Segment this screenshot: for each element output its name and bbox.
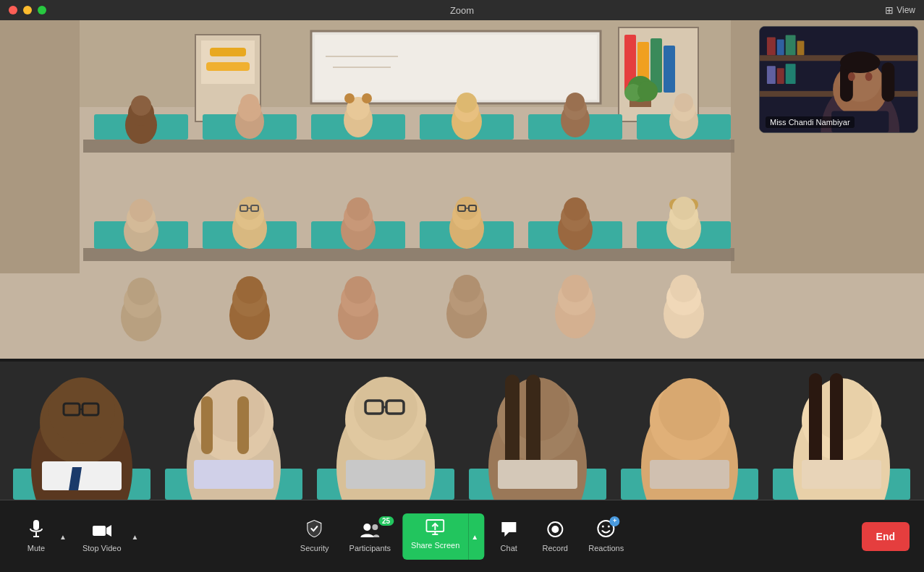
svg-rect-130 — [505, 375, 520, 469]
svg-rect-10 — [210, 48, 246, 56]
svg-rect-148 — [786, 35, 796, 56]
svg-point-45 — [131, 95, 151, 116]
svg-rect-132 — [498, 460, 577, 489]
security-label: Security — [300, 544, 329, 552]
svg-rect-140 — [809, 373, 822, 467]
svg-rect-126 — [346, 460, 425, 489]
svg-rect-22 — [83, 248, 734, 261]
chat-button[interactable]: Chat — [487, 513, 530, 560]
svg-rect-150 — [767, 66, 776, 84]
svg-rect-142 — [802, 460, 881, 489]
participants-count: 25 — [378, 516, 394, 526]
svg-point-96 — [344, 276, 372, 304]
mute-group: Mute ▲ — [14, 513, 71, 560]
titlebar: Zoom ⊞ View — [0, 0, 924, 20]
svg-point-158 — [840, 51, 880, 73]
svg-point-73 — [347, 197, 370, 221]
mic-icon — [27, 519, 45, 541]
svg-rect-147 — [777, 40, 784, 56]
mute-button[interactable]: Mute — [14, 513, 58, 560]
svg-rect-136 — [650, 460, 729, 489]
reactions-icon: + — [597, 519, 616, 541]
share-screen-icon — [426, 519, 445, 538]
svg-point-167 — [363, 524, 370, 531]
svg-rect-11 — [206, 62, 250, 71]
participants-button[interactable]: 25 Participants — [341, 513, 399, 560]
view-control[interactable]: ⊞ View — [885, 4, 915, 16]
svg-rect-141 — [830, 373, 843, 467]
app-title: Zoom — [450, 5, 474, 16]
svg-rect-2 — [0, 20, 80, 273]
stop-video-label: Stop Video — [82, 544, 122, 552]
security-icon — [307, 519, 323, 541]
svg-rect-162 — [33, 520, 39, 530]
participants-label: Participants — [349, 544, 391, 552]
self-view: Miss Chandi Nambiyar — [759, 26, 918, 133]
svg-rect-118 — [237, 396, 249, 454]
svg-point-135 — [658, 378, 721, 440]
video-group: Stop Video ▲ — [74, 513, 143, 560]
svg-point-52 — [362, 93, 372, 103]
svg-rect-165 — [93, 526, 106, 536]
svg-rect-146 — [767, 38, 776, 56]
mute-label: Mute — [27, 544, 45, 552]
svg-point-87 — [672, 197, 695, 220]
toolbar-left: Mute ▲ Stop Video ▲ — [14, 513, 143, 560]
share-chevron: ▲ — [471, 533, 478, 541]
share-screen-caret[interactable]: ▲ — [468, 513, 484, 560]
maximize-btn[interactable] — [38, 6, 46, 14]
svg-point-176 — [602, 525, 604, 527]
svg-rect-35 — [0, 359, 924, 362]
toolbar-right: End — [862, 522, 910, 551]
svg-point-48 — [240, 94, 259, 113]
reactions-button[interactable]: + Reactions — [580, 513, 632, 560]
svg-point-159 — [848, 72, 855, 81]
svg-point-160 — [865, 72, 873, 81]
mute-chevron: ▲ — [59, 533, 67, 541]
svg-point-64 — [130, 199, 153, 222]
svg-rect-131 — [526, 375, 541, 469]
svg-point-168 — [372, 524, 378, 530]
stop-video-button[interactable]: Stop Video — [74, 513, 130, 560]
svg-rect-144 — [760, 55, 917, 61]
svg-rect-149 — [797, 40, 805, 55]
window-controls[interactable] — [9, 6, 46, 14]
svg-rect-117 — [201, 396, 213, 454]
svg-point-58 — [566, 93, 585, 111]
self-view-name: Miss Chandi Nambiyar — [766, 116, 855, 128]
svg-point-82 — [564, 197, 587, 221]
svg-rect-152 — [786, 64, 796, 84]
share-screen-label: Share Screen — [411, 541, 459, 550]
security-button[interactable]: Security — [292, 513, 338, 560]
minimize-btn[interactable] — [23, 6, 32, 14]
end-button[interactable]: End — [862, 522, 910, 551]
share-screen-button[interactable]: Share Screen — [402, 513, 468, 560]
svg-point-93 — [236, 276, 263, 304]
svg-rect-157 — [881, 62, 894, 102]
svg-marker-166 — [106, 525, 111, 537]
svg-rect-119 — [194, 460, 274, 489]
svg-point-90 — [127, 278, 155, 305]
svg-point-177 — [608, 525, 610, 527]
toolbar: Mute ▲ Stop Video ▲ — [0, 500, 924, 572]
share-screen-group: Share Screen ▲ — [402, 513, 484, 560]
mute-caret[interactable]: ▲ — [58, 513, 71, 560]
participants-icon — [360, 522, 380, 541]
record-icon — [546, 521, 564, 541]
grid-icon: ⊞ — [885, 4, 894, 16]
reactions-badge: + — [610, 516, 620, 526]
close-btn[interactable] — [9, 6, 17, 14]
toolbar-center: Security 25 Participants — [292, 513, 632, 560]
svg-point-51 — [344, 93, 355, 103]
svg-rect-21 — [83, 140, 734, 153]
reactions-label: Reactions — [588, 544, 624, 552]
svg-point-105 — [670, 275, 698, 302]
svg-point-174 — [551, 526, 559, 533]
video-caret[interactable]: ▲ — [130, 513, 143, 560]
video-chevron: ▲ — [132, 533, 139, 541]
view-label: View — [897, 5, 915, 15]
svg-rect-151 — [777, 68, 784, 84]
svg-rect-16 — [664, 46, 675, 93]
svg-point-55 — [457, 93, 477, 113]
record-button[interactable]: Record — [533, 513, 577, 560]
